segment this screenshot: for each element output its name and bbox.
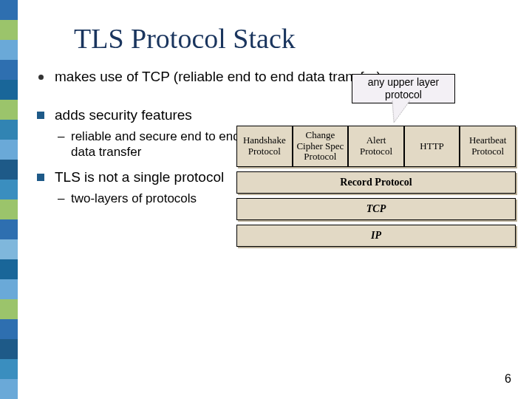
cell-ip: IP — [236, 225, 516, 247]
cell-http: HTTP — [404, 126, 460, 167]
bullet-security: adds security features reliable and secu… — [35, 106, 242, 160]
sub-bullet-reliable-secure: reliable and secure end to end data tran… — [55, 129, 242, 160]
bullet-text: adds security features — [55, 107, 192, 123]
slide-title: TLS Protocol Stack — [74, 22, 296, 55]
cell-label: TCP — [366, 203, 386, 215]
cell-label: Alert Protocol — [350, 135, 402, 157]
cell-ccs: Change Cipher Spec Protocol — [293, 126, 349, 167]
bullet-not-single: TLS is not a single protocol two-layers … — [35, 168, 242, 206]
page-number: 6 — [505, 372, 511, 386]
callout-text: any upper layer protocol — [368, 76, 440, 100]
cell-label: Heartbeat Protocol — [462, 135, 514, 157]
cell-label: HTTP — [420, 141, 444, 152]
decorative-side-stripe — [0, 0, 18, 399]
cell-label: Change Cipher Spec Protocol — [295, 130, 347, 163]
cell-label: Handshake Protocol — [239, 135, 290, 157]
cell-handshake: Handshake Protocol — [236, 126, 293, 167]
sub-bullet-text: two-layers of protocols — [71, 191, 197, 205]
diagram-row-app: Handshake Protocol Change Cipher Spec Pr… — [236, 126, 516, 167]
callout-box: any upper layer protocol — [352, 74, 455, 103]
cell-alert: Alert Protocol — [348, 126, 404, 167]
protocol-stack-diagram: Handshake Protocol Change Cipher Spec Pr… — [236, 126, 516, 247]
sub-bullet-two-layers: two-layers of protocols — [55, 191, 242, 206]
cell-label: Record Protocol — [340, 177, 412, 188]
bullet-text: TLS is not a single protocol — [55, 169, 224, 185]
cell-label: IP — [371, 230, 381, 242]
cell-heartbeat: Heartbeat Protocol — [460, 126, 516, 167]
sub-bullet-text: reliable and secure end to end data tran… — [71, 129, 240, 159]
cell-tcp: TCP — [236, 198, 516, 220]
bullet-text: makes use of TCP (reliable end to end da… — [55, 69, 381, 84]
cell-record: Record Protocol — [236, 171, 516, 194]
